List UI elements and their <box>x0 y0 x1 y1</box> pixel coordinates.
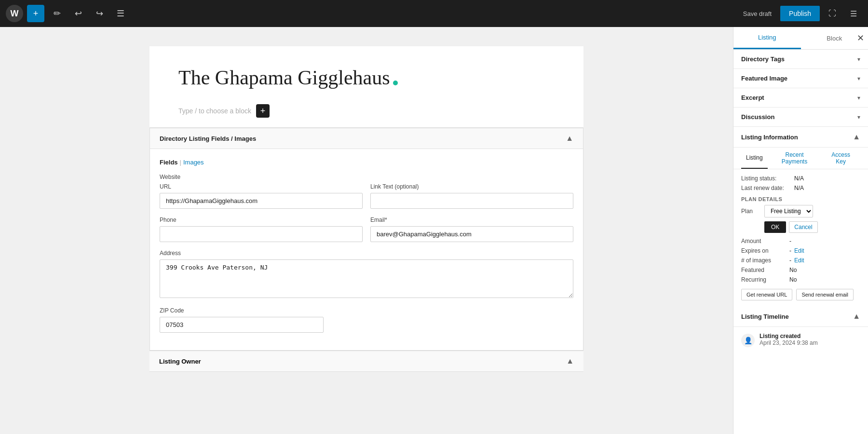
main-layout: The Ghapama Gigglehaus Type / to choose … <box>0 27 868 434</box>
add-block-button[interactable]: + <box>27 5 44 22</box>
listing-status-value: N/A <box>794 175 804 182</box>
tab-fields[interactable]: Fields <box>160 159 178 166</box>
url-col: URL <box>160 183 363 209</box>
link-text-label: Link Text (optional) <box>370 183 573 190</box>
sidebar-toggle-button[interactable]: ☰ <box>845 5 862 22</box>
sidebar-directory-tags-title: Directory Tags <box>741 55 785 63</box>
zip-group: ZIP Code <box>160 307 573 333</box>
listing-owner-header[interactable]: Listing Owner ▲ <box>149 351 583 372</box>
wp-logo-icon: W <box>6 5 23 22</box>
amount-row: Amount - <box>741 238 860 244</box>
directory-listing-header[interactable]: Directory Listing Fields / Images ▲ <box>150 128 583 149</box>
sidebar-excerpt-title: Excerpt <box>741 94 764 101</box>
expires-edit-link[interactable]: Edit <box>794 247 804 254</box>
url-input[interactable] <box>160 193 363 209</box>
directory-tags-chevron-icon: ▾ <box>857 56 860 63</box>
edit-button[interactable]: ✏ <box>48 5 66 22</box>
images-edit-link[interactable]: Edit <box>794 257 804 264</box>
block-placeholder: Type / to choose a block + <box>149 99 583 127</box>
add-block-inline-button[interactable]: + <box>256 104 270 118</box>
post-title-area: The Ghapama Gigglehaus <box>149 46 583 99</box>
plan-ok-cancel: OK Cancel <box>764 221 860 233</box>
address-label: Address <box>160 250 573 257</box>
redo-button[interactable]: ↪ <box>91 5 108 22</box>
zip-input[interactable] <box>160 317 324 333</box>
link-text-input[interactable] <box>370 193 573 209</box>
timeline-dot-icon: 👤 <box>741 334 755 347</box>
amount-label: Amount <box>741 238 789 244</box>
featured-row: Featured No <box>741 267 860 273</box>
directory-listing-body: Fields | Images Website URL <box>150 149 583 350</box>
get-renewal-url-button[interactable]: Get renewal URL <box>741 289 792 300</box>
post-title[interactable]: The Ghapama Gigglehaus <box>178 67 390 89</box>
email-col: Email* <box>370 217 573 242</box>
publish-button[interactable]: Publish <box>780 6 820 21</box>
listing-timeline-section: Listing Timeline ▲ 👤 Listing created Apr… <box>733 306 868 353</box>
plan-cancel-button[interactable]: Cancel <box>789 221 817 233</box>
recurring-value: No <box>789 276 797 283</box>
images-value: - <box>789 257 791 264</box>
last-renew-label: Last renew date: <box>741 185 794 191</box>
right-sidebar: Listing Block ✕ Directory Tags ▾ Feature… <box>733 27 868 434</box>
plan-row: Plan Free Listing <box>741 205 860 217</box>
undo-button[interactable]: ↩ <box>69 5 87 22</box>
tab-images[interactable]: Images <box>183 159 204 166</box>
listing-info-tab-listing[interactable]: Listing <box>741 148 768 169</box>
sidebar-excerpt-header[interactable]: Excerpt ▾ <box>733 88 868 107</box>
link-text-col: Link Text (optional) <box>370 183 573 209</box>
images-row: # of images - Edit <box>741 257 860 264</box>
send-renewal-email-button[interactable]: Send renewal email <box>796 289 854 300</box>
fullscreen-button[interactable]: ⛶ <box>824 5 841 22</box>
featured-image-chevron-icon: ▾ <box>857 75 860 82</box>
sidebar-featured-image-header[interactable]: Featured Image ▾ <box>733 69 868 88</box>
timeline-text: Listing created April 23, 2024 9:38 am <box>760 333 818 346</box>
address-group: Address 399 Crooks Ave Paterson, NJ <box>160 250 573 299</box>
sidebar-close-button[interactable]: ✕ <box>857 33 864 43</box>
listing-information-body: Listing status: N/A Last renew date: N/A… <box>733 169 868 306</box>
sidebar-featured-image: Featured Image ▾ <box>733 69 868 88</box>
phone-email-row: Phone Email* <box>160 217 573 242</box>
listing-information-header: Listing Information ▲ <box>733 127 868 148</box>
sidebar-directory-tags-header[interactable]: Directory Tags ▾ <box>733 50 868 68</box>
listing-information-section: Listing Information ▲ Listing Recent Pay… <box>733 127 868 306</box>
menu-button[interactable]: ☰ <box>112 5 129 22</box>
save-draft-button[interactable]: Save draft <box>738 7 776 20</box>
fields-images-tabs: Fields | Images <box>160 159 573 166</box>
phone-col: Phone <box>160 217 363 242</box>
listing-info-tabs: Listing Recent Payments Access Key <box>733 148 868 169</box>
listing-status-label: Listing status: <box>741 175 794 182</box>
timeline-event-date: April 23, 2024 9:38 am <box>760 339 818 346</box>
listing-owner-toggle-icon: ▲ <box>566 357 574 366</box>
directory-listing-section: Directory Listing Fields / Images ▲ Fiel… <box>149 128 583 351</box>
listing-timeline-header: Listing Timeline ▲ <box>733 306 868 327</box>
amount-value: - <box>789 238 791 244</box>
tab-listing[interactable]: Listing <box>733 27 801 49</box>
plan-select[interactable]: Free Listing <box>764 205 813 217</box>
phone-input[interactable] <box>160 226 363 242</box>
url-label: URL <box>160 183 363 190</box>
sidebar-discussion-header[interactable]: Discussion ▾ <box>733 108 868 126</box>
listing-owner-section: Listing Owner ▲ <box>149 351 583 372</box>
block-placeholder-text: Type / to choose a block <box>178 107 251 115</box>
discussion-chevron-icon: ▾ <box>857 114 860 121</box>
plan-ok-button[interactable]: OK <box>764 221 786 233</box>
last-renew-value: N/A <box>794 185 804 191</box>
listing-information-collapse-button[interactable]: ▲ <box>853 133 860 141</box>
address-textarea[interactable]: 399 Crooks Ave Paterson, NJ <box>160 259 573 298</box>
sidebar-top-tabs: Listing Block ✕ <box>733 27 868 50</box>
title-dot <box>393 81 398 85</box>
email-input[interactable] <box>370 226 573 242</box>
phone-label: Phone <box>160 217 363 223</box>
listing-info-tab-access-key[interactable]: Access Key <box>821 148 860 169</box>
directory-listing-title: Directory Listing Fields / Images <box>160 135 256 142</box>
listing-status-row: Listing status: N/A <box>741 175 860 182</box>
expires-value: - <box>789 247 791 254</box>
plan-field-label: Plan <box>741 208 760 215</box>
listing-info-tab-payments[interactable]: Recent Payments <box>768 148 822 169</box>
listing-owner-title: Listing Owner <box>159 358 201 365</box>
listing-timeline-collapse-button[interactable]: ▲ <box>853 312 860 321</box>
sidebar-excerpt: Excerpt ▾ <box>733 88 868 108</box>
images-label: # of images <box>741 257 789 264</box>
listing-timeline-body: 👤 Listing created April 23, 2024 9:38 am <box>733 327 868 353</box>
timeline-item: 👤 Listing created April 23, 2024 9:38 am <box>741 333 860 347</box>
